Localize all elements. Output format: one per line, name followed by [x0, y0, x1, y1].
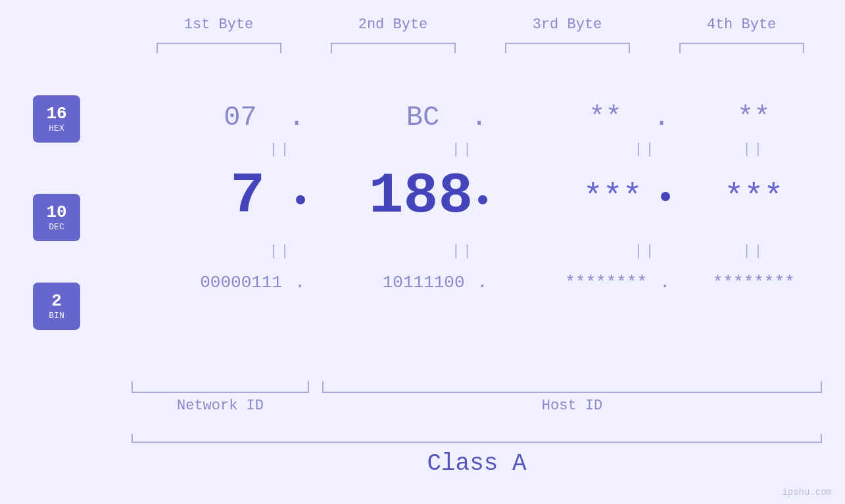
bin-badge-number: 2 — [51, 292, 62, 311]
dec-dot2 — [478, 195, 487, 204]
bin-b4: ******** — [713, 273, 795, 292]
hex-b1: 07 — [198, 102, 283, 133]
bin-sep1: . — [295, 273, 305, 292]
dec-b4: *** — [724, 178, 783, 216]
bracket-byte3 — [505, 43, 630, 53]
dec-dot1 — [296, 195, 305, 204]
bin-badge-label: BIN — [49, 311, 64, 321]
byte3-label: 3rd Byte — [495, 16, 640, 33]
host-bracket — [322, 381, 822, 393]
network-id-label: Network ID — [132, 398, 309, 414]
bracket-byte1 — [157, 43, 281, 53]
bracket-byte2 — [331, 43, 456, 53]
byte2-label: 2nd Byte — [321, 16, 466, 33]
eq2-b2: || — [323, 243, 487, 260]
dec-b2: 188 — [369, 168, 473, 225]
eq1-b3: || — [506, 141, 670, 158]
dec-badge-label: DEC — [49, 222, 64, 232]
bin-row: 00000111 . 10111100 . ******** . *******… — [132, 273, 829, 292]
dec-badge-number: 10 — [46, 203, 66, 222]
hex-row: 07 . BC . ** . ** — [132, 102, 829, 133]
eq1-b1: || — [141, 141, 305, 158]
dec-badge: 10 DEC — [33, 194, 80, 241]
hex-badge-label: HEX — [49, 124, 64, 133]
bin-b1: 00000111 — [190, 273, 292, 292]
hex-b3: ** — [563, 102, 648, 133]
hex-b2: BC — [380, 102, 466, 133]
eq2-b3: || — [506, 243, 670, 260]
hex-sep2: . — [471, 102, 487, 133]
watermark: ipshu.com — [782, 487, 832, 497]
network-bracket — [132, 381, 309, 393]
full-bracket — [132, 434, 822, 443]
dec-b3: *** — [570, 172, 656, 221]
page: 1st Byte 2nd Byte 3rd Byte 4th Byte 16 H… — [0, 0, 845, 504]
bin-sep3: . — [660, 273, 670, 292]
dec-b1: 7 — [205, 168, 291, 225]
hex-sep1: . — [289, 102, 305, 133]
eq1-b2: || — [323, 141, 487, 158]
bracket-byte4 — [679, 43, 804, 53]
hex-b4: ** — [737, 102, 770, 133]
class-label: Class A — [132, 450, 822, 477]
byte4-label: 4th Byte — [669, 16, 814, 33]
host-id-label: Host ID — [322, 398, 822, 414]
equals-row1: || || || || — [132, 141, 829, 158]
dec-dot3 — [661, 192, 670, 201]
top-brackets — [132, 43, 829, 53]
eq2-b4: || — [688, 243, 819, 260]
bin-badge: 2 BIN — [33, 283, 80, 330]
hex-sep3: . — [654, 102, 670, 133]
byte1-label: 1st Byte — [147, 16, 291, 33]
dec-row: 7 188 *** *** — [132, 168, 829, 225]
bin-sep2: . — [477, 273, 488, 292]
eq1-b4: || — [688, 141, 819, 158]
bin-b3: ******** — [555, 273, 657, 292]
equals-row2: || || || || — [132, 243, 829, 260]
hex-badge: 16 HEX — [33, 95, 80, 143]
eq2-b1: || — [141, 243, 305, 260]
byte-headers: 1st Byte 2nd Byte 3rd Byte 4th Byte — [132, 16, 829, 33]
bin-b2: 10111100 — [373, 273, 475, 292]
hex-badge-number: 16 — [46, 104, 66, 124]
